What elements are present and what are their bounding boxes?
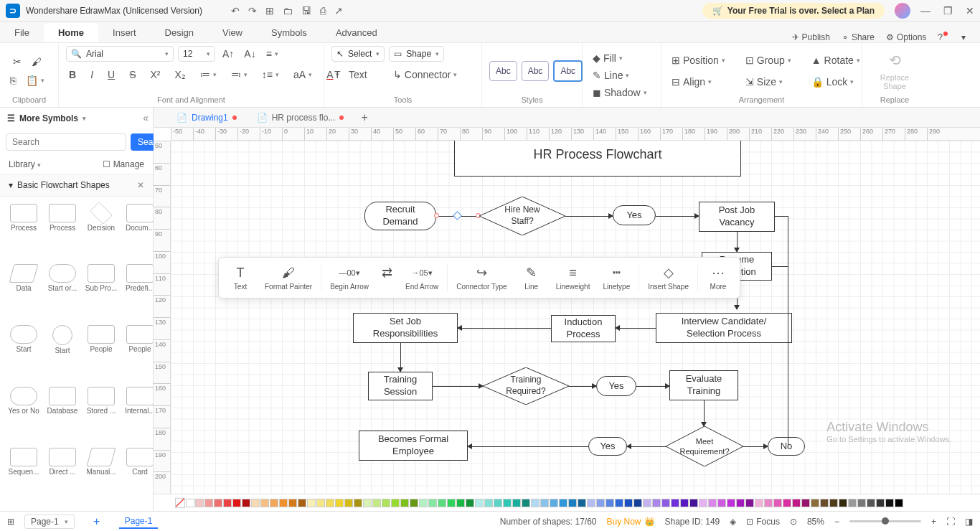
zoom-slider[interactable] (849, 520, 921, 522)
tab-advanced[interactable]: Advanced (321, 23, 392, 42)
user-avatar[interactable] (895, 3, 910, 19)
add-page-button[interactable]: + (85, 512, 109, 531)
connector-tool[interactable]: ↳ Connector▾ (390, 67, 461, 82)
color-swatch[interactable] (661, 499, 670, 507)
group-button[interactable]: ⊡ Group▾ (743, 53, 794, 67)
color-swatch[interactable] (671, 499, 679, 507)
color-swatch[interactable] (335, 499, 344, 507)
style-preset-2[interactable]: Abc (522, 61, 550, 81)
color-swatch[interactable] (484, 499, 493, 507)
color-swatch[interactable] (568, 499, 577, 507)
text-tool[interactable]: T Text (331, 67, 370, 82)
color-swatch[interactable] (419, 499, 428, 507)
shapes-section-header[interactable]: ▾ Basic Flowchart Shapes✕ (0, 174, 153, 197)
italic-icon[interactable]: I (88, 67, 96, 82)
shape-start[interactable]: Start (6, 324, 42, 384)
color-swatch[interactable] (755, 499, 763, 507)
print-icon[interactable]: ⎙ (320, 5, 326, 17)
superscript-icon[interactable]: X² (147, 67, 163, 82)
page-tab[interactable]: Page-1 (119, 514, 159, 529)
color-swatch[interactable] (307, 499, 316, 507)
tab-design[interactable]: Design (151, 23, 208, 42)
node-becomes[interactable]: Becomes Formal Employee (359, 431, 468, 461)
color-swatch[interactable] (447, 499, 456, 507)
color-swatch[interactable] (727, 499, 735, 507)
color-swatch[interactable] (578, 499, 586, 507)
new-icon[interactable]: ⊞ (265, 5, 274, 17)
ft-more[interactable]: ⋯More (701, 262, 735, 293)
node-post-job[interactable]: Post Job Vacancy (699, 202, 775, 232)
color-swatch[interactable] (550, 499, 558, 507)
redo-icon[interactable]: ↷ (248, 5, 257, 17)
shape-direct[interactable]: Direct ... (44, 446, 80, 505)
color-swatch[interactable] (288, 499, 297, 507)
color-swatch[interactable] (764, 499, 773, 507)
shape-manual[interactable]: Manual... (83, 446, 119, 505)
color-swatch[interactable] (214, 499, 222, 507)
color-swatch[interactable] (643, 499, 651, 507)
color-swatch[interactable] (680, 499, 689, 507)
color-swatch[interactable] (587, 499, 595, 507)
color-swatch[interactable] (624, 499, 633, 507)
color-swatch[interactable] (270, 499, 278, 507)
shape-start[interactable]: Start (44, 324, 80, 384)
color-swatch[interactable] (382, 499, 390, 507)
color-swatch[interactable] (783, 499, 791, 507)
fullscreen-icon[interactable]: ⛶ (946, 517, 955, 527)
minimize-button[interactable]: — (920, 5, 930, 17)
copy-icon[interactable]: ⎘ (7, 73, 19, 88)
help-button[interactable]: ? (938, 32, 950, 42)
color-swatch[interactable] (867, 499, 875, 507)
zoom-in-icon[interactable]: + (931, 517, 936, 527)
collapse-panel-icon[interactable]: « (143, 112, 149, 123)
color-swatch[interactable] (596, 499, 605, 507)
shadow-button[interactable]: ◼ Shadow▾ (590, 85, 650, 100)
color-swatch[interactable] (885, 499, 894, 507)
color-swatch[interactable] (428, 499, 437, 507)
node-meet-req[interactable]: Meet Requirement? (666, 426, 743, 466)
style-preset-1[interactable]: Abc (489, 61, 517, 81)
tab-view[interactable]: View (208, 23, 257, 42)
ft-connector-type[interactable]: ↪Connector Type (451, 262, 512, 293)
format-painter-icon[interactable]: 🖌 (29, 55, 44, 69)
color-swatch[interactable] (204, 499, 213, 507)
options-button[interactable]: ⚙ Options (886, 32, 926, 42)
color-swatch[interactable] (316, 499, 325, 507)
doctab-drawing1[interactable]: 📄 Drawing1 (166, 108, 247, 127)
node-evaluate[interactable]: Evaluate Training (669, 370, 738, 400)
align-button[interactable]: ⊟ Align▾ (669, 75, 715, 89)
color-swatch[interactable] (223, 499, 232, 507)
ft-end-arrow[interactable]: → 05 ▾End Arrow (400, 262, 444, 293)
ft-swap[interactable]: ⇄ (376, 262, 398, 283)
cut-icon[interactable]: ✂ (10, 55, 24, 69)
color-swatch[interactable] (279, 499, 288, 507)
paste-icon[interactable]: 📋▾ (23, 73, 47, 88)
trial-banner[interactable]: 🛒 Your Free Trial is over. Select a Plan (702, 3, 885, 19)
new-tab-button[interactable]: + (354, 111, 374, 124)
rotate-button[interactable]: ▲ Rotate▾ (809, 53, 863, 67)
publish-button[interactable]: ✈ Publish (792, 32, 830, 42)
save-icon[interactable]: 🖫 (301, 5, 311, 17)
shape-data[interactable]: Data (6, 263, 42, 321)
font-family-select[interactable]: 🔍 Arial▾ (66, 46, 174, 62)
color-swatch[interactable] (736, 499, 745, 507)
color-swatch[interactable] (745, 499, 754, 507)
color-swatch[interactable] (298, 499, 306, 507)
ft-text[interactable]: TText (223, 262, 258, 293)
ft-format-painter[interactable]: 🖌Format Painter (259, 262, 318, 293)
color-swatch[interactable] (354, 499, 362, 507)
color-swatch[interactable] (186, 499, 194, 507)
shape-decision[interactable]: Decision (83, 202, 119, 261)
manage-button[interactable]: ☐ Manage (103, 159, 144, 169)
color-swatch[interactable] (606, 499, 614, 507)
node-yes1[interactable]: Yes (613, 205, 656, 225)
panel-toggle-icon[interactable]: ◨ (965, 517, 973, 527)
node-interview[interactable]: Interview Candidate/ Selection Process (656, 313, 792, 343)
color-swatch[interactable] (717, 499, 726, 507)
library-dropdown[interactable]: Library ▾ (9, 159, 41, 169)
color-swatch[interactable] (494, 499, 502, 507)
shape-tool[interactable]: ▭ Shape▾ (389, 46, 444, 62)
ft-linetype[interactable]: ┅Linetype (597, 262, 636, 293)
undo-icon[interactable]: ↶ (231, 5, 240, 17)
color-swatch[interactable] (410, 499, 418, 507)
